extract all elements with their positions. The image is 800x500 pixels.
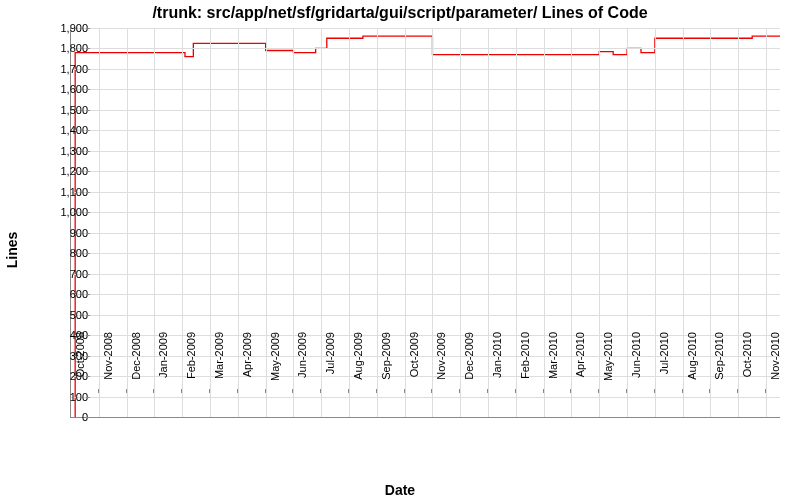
y-tick-mark [86,294,90,295]
y-tick-mark [86,69,90,70]
gridline-v [238,28,239,417]
y-tick-mark [86,253,90,254]
y-tick-label: 1,500 [38,104,88,116]
x-tick-label: Jan-2010 [491,332,503,392]
x-tick-label: Nov-2010 [769,332,781,392]
gridline-v [488,28,489,417]
x-tick-mark [126,389,127,393]
x-tick-mark [153,389,154,393]
series-line [75,36,780,417]
x-tick-mark [209,389,210,393]
gridline-v [321,28,322,417]
x-tick-label: Oct-2008 [74,332,86,392]
chart-container: /trunk: src/app/net/sf/gridarta/gui/scri… [0,0,800,500]
y-tick-label: 1,300 [38,145,88,157]
y-tick-mark [86,376,90,377]
x-tick-label: Apr-2010 [574,332,586,392]
x-tick-label: Jul-2010 [658,332,670,392]
x-tick-label: Jan-2009 [157,332,169,392]
y-tick-mark [86,233,90,234]
gridline-h [71,130,780,131]
y-tick-label: 700 [38,268,88,280]
x-tick-label: Mar-2010 [547,332,559,392]
gridline-v [516,28,517,417]
x-tick-mark [682,389,683,393]
y-tick-mark [86,315,90,316]
gridline-h [71,253,780,254]
gridline-v [154,28,155,417]
x-tick-mark [515,389,516,393]
x-tick-mark [70,389,71,393]
y-tick-mark [86,48,90,49]
x-tick-label: Jul-2009 [324,332,336,392]
gridline-v [599,28,600,417]
x-tick-mark [737,389,738,393]
gridline-v [127,28,128,417]
gridline-v [738,28,739,417]
gridline-h [71,233,780,234]
gridline-v [544,28,545,417]
x-tick-label: Apr-2009 [241,332,253,392]
gridline-h [71,335,780,336]
plot-area [70,28,780,418]
x-tick-mark [320,389,321,393]
gridline-h [71,294,780,295]
gridline-v [293,28,294,417]
y-tick-mark [86,335,90,336]
y-tick-label: 600 [38,288,88,300]
gridline-h [71,28,780,29]
y-tick-label: 1,400 [38,124,88,136]
x-tick-label: Feb-2009 [185,332,197,392]
gridline-v [460,28,461,417]
gridline-v [710,28,711,417]
gridline-v [377,28,378,417]
x-tick-mark [376,389,377,393]
gridline-h [71,89,780,90]
gridline-v [182,28,183,417]
y-tick-label: 1,000 [38,206,88,218]
x-tick-mark [459,389,460,393]
y-tick-label: 800 [38,247,88,259]
x-tick-mark [570,389,571,393]
y-tick-label: 500 [38,309,88,321]
x-tick-mark [765,389,766,393]
y-tick-mark [86,151,90,152]
x-tick-label: Jun-2010 [630,332,642,392]
x-tick-label: May-2009 [269,332,281,392]
y-tick-mark [86,212,90,213]
gridline-h [71,274,780,275]
x-tick-label: Sep-2010 [713,332,725,392]
gridline-v [655,28,656,417]
y-tick-label: 0 [38,411,88,423]
x-tick-mark [98,389,99,393]
gridline-h [71,397,780,398]
gridline-v [627,28,628,417]
gridline-h [71,110,780,111]
gridline-h [71,376,780,377]
x-tick-mark [265,389,266,393]
x-tick-label: May-2010 [602,332,614,392]
x-tick-label: Feb-2010 [519,332,531,392]
y-tick-label: 100 [38,391,88,403]
y-tick-label: 1,600 [38,83,88,95]
x-tick-label: Sep-2009 [380,332,392,392]
y-axis-label: Lines [2,0,22,500]
y-tick-mark [86,274,90,275]
y-tick-label: 1,700 [38,63,88,75]
x-tick-mark [709,389,710,393]
gridline-v [766,28,767,417]
y-tick-mark [86,417,90,418]
gridline-v [571,28,572,417]
y-tick-mark [86,192,90,193]
gridline-h [71,212,780,213]
gridline-h [71,69,780,70]
gridline-h [71,315,780,316]
x-tick-label: Oct-2009 [408,332,420,392]
gridline-v [432,28,433,417]
x-tick-mark [181,389,182,393]
x-tick-label: Nov-2008 [102,332,114,392]
x-tick-mark [404,389,405,393]
y-tick-label: 1,100 [38,186,88,198]
x-tick-mark [237,389,238,393]
y-tick-mark [86,397,90,398]
